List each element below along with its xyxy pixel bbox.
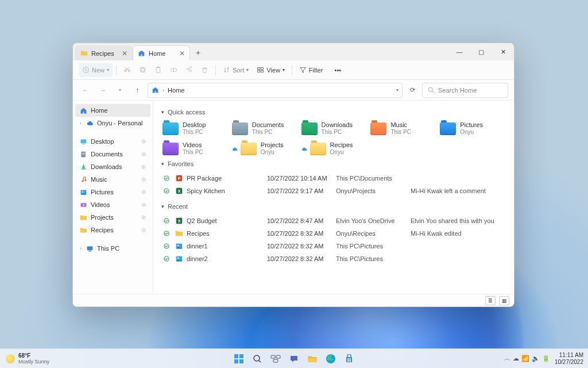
folder-icon bbox=[80, 214, 87, 221]
search-input[interactable]: Search Home bbox=[422, 83, 508, 98]
edge-button[interactable] bbox=[323, 351, 339, 367]
delete-button[interactable] bbox=[198, 63, 212, 77]
status-bar: ≣ ▦ bbox=[73, 294, 514, 306]
sidebar-item-onedrive[interactable]: › Onyu - Personal bbox=[75, 117, 150, 129]
filter-icon bbox=[299, 66, 307, 74]
chat-button[interactable] bbox=[286, 351, 302, 367]
svg-rect-14 bbox=[82, 153, 84, 154]
file-row[interactable]: XSpicy Kitchen10/27/2022 9:17 AMOnyu\Pro… bbox=[161, 185, 506, 197]
quick-access-recipes[interactable]: RecipesOnyu bbox=[300, 140, 368, 157]
svg-rect-44 bbox=[271, 355, 275, 358]
cloud-sync-icon[interactable]: ☁ bbox=[513, 355, 519, 362]
sidebar-item-projects[interactable]: Projects⊘ bbox=[75, 211, 150, 224]
up-button[interactable]: ↑ bbox=[130, 83, 144, 97]
chevron-down-icon[interactable]: ▾ bbox=[396, 87, 399, 93]
clock[interactable]: 11:11 AM 10/27/2022 bbox=[555, 352, 583, 366]
folder-icon bbox=[241, 143, 257, 155]
quick-access-projects[interactable]: ProjectsOnyu bbox=[231, 140, 298, 157]
copy-button[interactable] bbox=[136, 63, 150, 77]
sync-status-icon bbox=[164, 231, 169, 236]
cut-button[interactable] bbox=[120, 63, 134, 77]
section-recent[interactable]: ▾ Recent bbox=[161, 203, 506, 210]
content-pane: ▾ Quick access DesktopThis PCDocumentsTh… bbox=[153, 101, 514, 294]
details-view-toggle[interactable]: ≣ bbox=[485, 296, 496, 305]
store-button[interactable] bbox=[341, 351, 357, 367]
rename-button[interactable] bbox=[167, 63, 181, 77]
xls-icon: X bbox=[175, 187, 183, 195]
window-controls: — ▢ ✕ bbox=[448, 43, 514, 60]
sidebar-item-this-pc[interactable]: › This PC bbox=[75, 242, 150, 255]
start-button[interactable] bbox=[231, 351, 247, 367]
tab-close-icon[interactable]: ✕ bbox=[122, 49, 127, 57]
forward-button[interactable]: → bbox=[96, 83, 110, 97]
quick-access-pictures[interactable]: PicturesOnyu bbox=[439, 120, 506, 137]
wifi-icon[interactable]: 📶 bbox=[521, 355, 529, 362]
battery-icon[interactable]: 🔋 bbox=[542, 355, 550, 362]
quick-access-desktop[interactable]: DesktopThis PC bbox=[161, 120, 229, 137]
sidebar-item-pictures[interactable]: Pictures⊘ bbox=[75, 186, 150, 198]
file-row[interactable]: dinner110/27/2022 8:32 AMThis PC\Picture… bbox=[161, 240, 506, 252]
new-tab-button[interactable]: ＋ bbox=[190, 45, 206, 60]
share-button[interactable] bbox=[182, 63, 196, 77]
volume-icon[interactable]: 🔈 bbox=[532, 355, 540, 362]
filter-button[interactable]: Filter bbox=[296, 63, 326, 77]
pin-icon: ⊘ bbox=[141, 164, 146, 170]
quick-access-music[interactable]: MusicThis PC bbox=[369, 120, 436, 137]
sidebar-item-music[interactable]: Music⊘ bbox=[75, 173, 150, 186]
breadcrumb-segment[interactable]: Home bbox=[168, 87, 184, 94]
sidebar-item-videos[interactable]: Videos⊘ bbox=[75, 198, 150, 211]
sidebar-item-recipes[interactable]: Recipes⊘ bbox=[75, 224, 150, 236]
svg-rect-11 bbox=[81, 139, 87, 143]
search-button[interactable] bbox=[249, 351, 265, 367]
chevron-up-icon[interactable]: ︿ bbox=[504, 354, 510, 363]
close-button[interactable]: ✕ bbox=[492, 43, 514, 60]
docs-icon bbox=[80, 151, 87, 158]
section-favorites[interactable]: ▾ Favorites bbox=[161, 160, 506, 167]
recent-locations-button[interactable]: ▾ bbox=[113, 83, 127, 97]
view-button[interactable]: View ▾ bbox=[253, 63, 288, 77]
file-row[interactable]: PPR Package10/27/2022 10:14 AMThis PC\Do… bbox=[161, 172, 506, 185]
file-row[interactable]: Recipes10/27/2022 8:32 AMOnyu\RecipesMi-… bbox=[161, 227, 506, 240]
svg-rect-41 bbox=[234, 359, 238, 363]
xls-icon: X bbox=[175, 217, 183, 225]
tab-recipes[interactable]: Recipes ✕ bbox=[75, 45, 133, 60]
sort-button[interactable]: Sort ▾ bbox=[219, 63, 252, 77]
tab-home[interactable]: Home ✕ bbox=[133, 45, 190, 60]
task-view-button[interactable] bbox=[268, 351, 284, 367]
thumbnails-view-toggle[interactable]: ▦ bbox=[499, 296, 509, 305]
svg-rect-1 bbox=[140, 67, 144, 71]
cut-icon bbox=[123, 66, 131, 74]
back-button[interactable]: ← bbox=[79, 83, 92, 97]
tab-bar: Recipes ✕ Home ✕ ＋ — ▢ ✕ bbox=[73, 43, 514, 60]
sidebar-item-desktop[interactable]: Desktop⊘ bbox=[75, 135, 150, 148]
maximize-button[interactable]: ▢ bbox=[470, 43, 492, 60]
tab-close-icon[interactable]: ✕ bbox=[179, 49, 185, 57]
taskbar: 68°F Mostly Sunny ︿ ☁ 📶 🔈 bbox=[0, 348, 588, 368]
section-quick-access[interactable]: ▾ Quick access bbox=[161, 109, 506, 116]
minimize-button[interactable]: — bbox=[448, 43, 470, 60]
quick-access-downloads[interactable]: DownloadsThis PC bbox=[300, 120, 368, 137]
desktop-icon bbox=[80, 138, 87, 145]
refresh-button[interactable]: ⟳ bbox=[406, 84, 419, 97]
file-row[interactable]: XQ2 Budget10/27/2022 8:47 AMElvin Yoo's … bbox=[161, 214, 506, 227]
quick-access-videos[interactable]: VideosThis PC bbox=[161, 140, 229, 157]
paste-button[interactable] bbox=[151, 63, 165, 77]
sidebar-item-documents[interactable]: Documents⊘ bbox=[75, 148, 150, 160]
svg-rect-2 bbox=[141, 68, 145, 72]
search-placeholder: Search Home bbox=[438, 87, 477, 94]
chevron-down-icon: ▾ bbox=[161, 161, 164, 167]
store-icon bbox=[345, 354, 354, 363]
quick-access-documents[interactable]: DocumentsThis PC bbox=[231, 120, 298, 137]
tray-icons[interactable]: ︿ ☁ 📶 🔈 🔋 bbox=[504, 354, 550, 363]
sort-icon bbox=[223, 66, 230, 74]
file-explorer-taskbar-button[interactable] bbox=[304, 351, 320, 367]
file-row[interactable]: dinner210/27/2022 8:32 AMThis PC\Picture… bbox=[161, 252, 506, 265]
more-button[interactable]: ••• bbox=[331, 63, 345, 77]
address-bar[interactable]: › Home ▾ bbox=[148, 83, 403, 98]
system-tray[interactable]: ︿ ☁ 📶 🔈 🔋 11:11 AM 10/27/2022 bbox=[504, 352, 583, 366]
taskbar-weather-widget[interactable]: 68°F Mostly Sunny bbox=[0, 352, 49, 365]
sidebar-item-home[interactable]: Home bbox=[75, 104, 150, 117]
sidebar-item-downloads[interactable]: Downloads⊘ bbox=[75, 160, 150, 173]
new-button[interactable]: New ▾ bbox=[79, 63, 113, 77]
sync-status-icon bbox=[164, 256, 169, 262]
